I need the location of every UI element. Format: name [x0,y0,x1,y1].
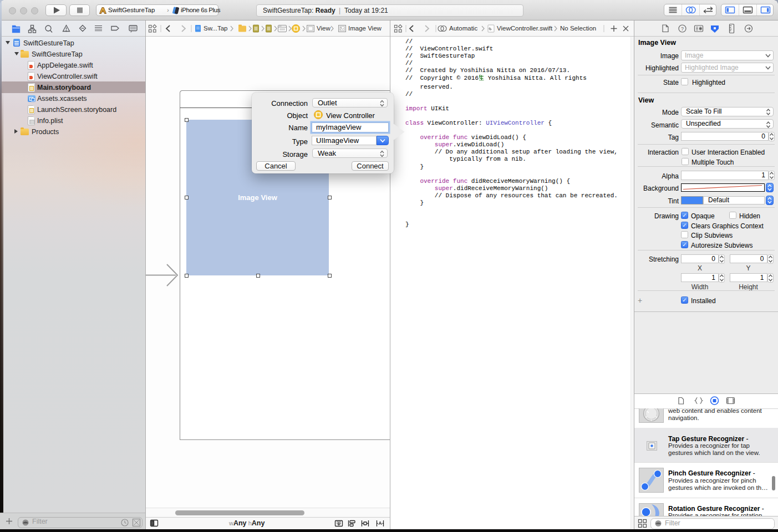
svg-text:?: ? [681,26,684,32]
